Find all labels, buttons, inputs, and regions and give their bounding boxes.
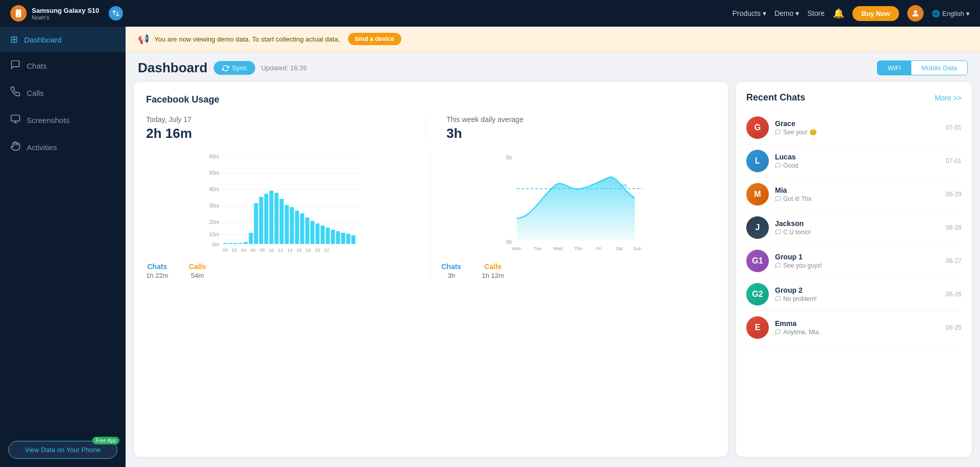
- chat-preview: Got it! Thx: [775, 195, 940, 202]
- view-toggle: WiFi Mobile Data: [877, 60, 968, 75]
- week-chats-value: 3h: [447, 272, 455, 279]
- message-icon: [775, 229, 781, 235]
- free-badge: Free App: [92, 437, 119, 444]
- device-name: Samsung Galaxy S10: [32, 7, 99, 14]
- chat-info: Mia Got it! Thx: [775, 186, 940, 202]
- svg-rect-37: [326, 228, 330, 244]
- chat-info: Emma Anytime, Mia.: [775, 319, 940, 336]
- bind-device-button[interactable]: bind a device: [348, 33, 401, 45]
- chat-list-item[interactable]: M Mia Got it! Thx 06-29: [746, 178, 962, 211]
- language-selector[interactable]: 🌐 English ▾: [932, 10, 970, 17]
- chat-date: 06-25: [946, 324, 962, 331]
- activities-icon: [10, 141, 21, 154]
- chat-date: 06-27: [946, 257, 962, 265]
- chat-list-item[interactable]: G Grace See you! 😊 07-01: [746, 111, 962, 145]
- transfer-icon[interactable]: [109, 6, 123, 21]
- chat-date: 06-26: [946, 291, 962, 298]
- week-chats-legend: Chats 3h: [441, 262, 461, 279]
- week-calls-label: Calls: [484, 262, 501, 271]
- message-icon: [775, 262, 781, 269]
- chat-list-item[interactable]: E Emma Anytime, Mia. 06-25: [746, 311, 962, 344]
- chat-list-item[interactable]: J Jackson C U tomo! 06-28: [746, 211, 962, 245]
- sidebar-item-dashboard[interactable]: ⊞ Dashboard: [0, 27, 126, 52]
- recent-chats-header: Recent Chats More >>: [746, 92, 962, 103]
- chat-info: Group 1 See you guys!: [775, 253, 940, 269]
- chats-icon: [10, 59, 21, 72]
- wifi-toggle[interactable]: WiFi: [877, 61, 911, 75]
- sidebar-item-activities[interactable]: Activities: [0, 134, 126, 161]
- bar-chart-svg: 60m 50m 40m 30m 20m 10m 0m: [146, 152, 420, 254]
- svg-rect-17: [223, 243, 228, 244]
- svg-rect-19: [234, 243, 238, 244]
- buy-now-button[interactable]: Buy Now: [852, 6, 900, 21]
- sidebar-item-chats[interactable]: Chats: [0, 52, 126, 79]
- today-calls-label: Calls: [189, 262, 206, 271]
- chat-name: Mia: [775, 186, 940, 194]
- device-info: Samsung Galaxy S10 Noah's: [32, 7, 99, 21]
- message-icon: [775, 296, 781, 302]
- demo-nav[interactable]: Demo ▾: [774, 9, 799, 17]
- chat-list-item[interactable]: G2 Group 2 No problem! 06-26: [746, 278, 962, 311]
- chat-name: Grace: [775, 119, 940, 128]
- user-name: Noah's: [32, 14, 99, 21]
- sync-button[interactable]: Sync: [214, 61, 255, 75]
- banner-text: You are now viewing demo data. To start …: [154, 35, 340, 43]
- today-chats-label: Chats: [147, 262, 167, 271]
- announcement-icon: 📢: [138, 33, 149, 45]
- svg-text:40m: 40m: [209, 187, 219, 192]
- svg-point-1: [18, 15, 19, 16]
- store-nav[interactable]: Store: [807, 9, 824, 17]
- recent-chats-card: Recent Chats More >> G Grace See you! 😊 …: [736, 82, 972, 457]
- dashboard-icon: ⊞: [10, 34, 18, 45]
- dash-title-area: Dashboard Sync Updated: 16:26: [138, 60, 307, 76]
- updated-text: Updated: 16:26: [261, 64, 307, 72]
- chat-avatar: G: [746, 116, 769, 139]
- chat-name: Group 2: [775, 286, 940, 294]
- main-content: 📢 You are now viewing demo data. To star…: [126, 27, 980, 465]
- today-calls-legend: Calls 54m: [189, 262, 206, 279]
- more-chats-link[interactable]: More >>: [935, 94, 962, 102]
- bar-chart-section: 60m 50m 40m 30m 20m 10m 0m: [146, 152, 431, 279]
- svg-rect-23: [254, 203, 258, 244]
- sidebar-item-calls[interactable]: Calls: [0, 79, 126, 107]
- mobile-data-toggle[interactable]: Mobile Data: [911, 61, 967, 75]
- chat-preview: Good: [775, 162, 940, 169]
- svg-rect-31: [295, 211, 299, 244]
- facebook-usage-card: Facebook Usage Today, July 17 2h 16m Thi…: [134, 82, 728, 457]
- today-calls-value: 54m: [191, 272, 203, 279]
- chat-name: Emma: [775, 319, 940, 328]
- bar-chart-legend: Chats 1h 22m Calls 54m: [146, 262, 420, 279]
- svg-text:20m: 20m: [209, 219, 219, 225]
- chat-list-item[interactable]: L Lucas Good 07-01: [746, 145, 962, 178]
- svg-rect-0: [16, 10, 22, 17]
- svg-text:Thu: Thu: [575, 246, 583, 251]
- svg-text:06: 06: [250, 248, 255, 253]
- user-avatar-button[interactable]: [907, 5, 924, 22]
- message-icon: [775, 129, 781, 135]
- usage-week: This week daily average 3h: [426, 115, 716, 141]
- svg-text:Sun: Sun: [633, 246, 641, 251]
- chat-preview: See you guys!: [775, 262, 940, 269]
- svg-rect-34: [311, 221, 315, 244]
- sidebar-item-label: Calls: [27, 89, 44, 97]
- svg-text:10m: 10m: [209, 232, 219, 237]
- chat-list-item[interactable]: G1 Group 1 See you guys! 06-27: [746, 245, 962, 278]
- today-chats-legend: Chats 1h 22m: [146, 262, 168, 279]
- today-chats-value: 1h 22m: [146, 272, 168, 279]
- svg-rect-28: [280, 199, 284, 244]
- svg-text:Sat: Sat: [616, 246, 623, 251]
- chat-list: G Grace See you! 😊 07-01 L Lucas Good 07…: [746, 111, 962, 344]
- products-nav[interactable]: Products ▾: [732, 9, 766, 17]
- bell-icon[interactable]: 🔔: [833, 8, 844, 19]
- chat-preview: See you! 😊: [775, 129, 940, 136]
- svg-rect-3: [11, 115, 20, 121]
- svg-text:10: 10: [269, 248, 274, 253]
- sidebar-item-screenshots[interactable]: Screenshots: [0, 107, 126, 134]
- svg-text:22: 22: [324, 248, 329, 253]
- message-icon: [775, 329, 781, 335]
- view-data-btn-wrap: Free App View Data on Your Phone: [8, 441, 117, 459]
- svg-text:00: 00: [222, 248, 228, 253]
- svg-text:08: 08: [259, 248, 264, 253]
- chat-info: Grace See you! 😊: [775, 119, 940, 136]
- demo-banner: 📢 You are now viewing demo data. To star…: [126, 27, 980, 52]
